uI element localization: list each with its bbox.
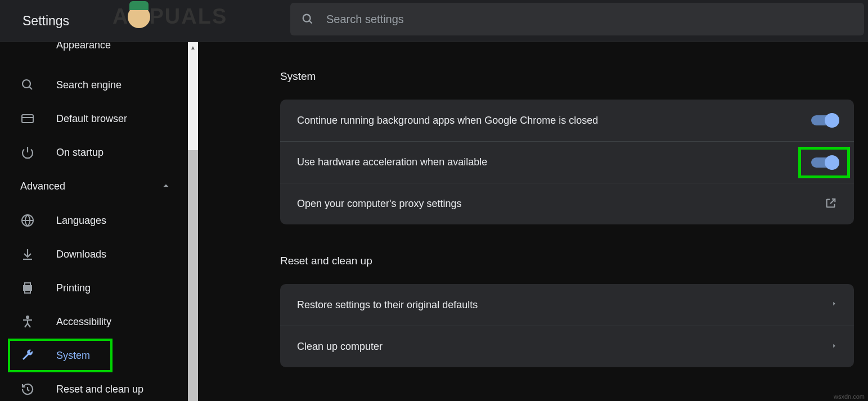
chevron-right-icon — [831, 300, 837, 310]
svg-line-1 — [309, 21, 312, 24]
sidebar-item-languages[interactable]: Languages — [0, 204, 198, 237]
chevron-right-icon — [831, 342, 837, 352]
section-title-system: System — [280, 70, 868, 83]
svg-rect-13 — [25, 290, 30, 293]
search-input[interactable] — [326, 13, 853, 26]
sidebar-item-label: Search engine — [56, 79, 122, 91]
advanced-label: Advanced — [20, 181, 65, 192]
search-icon — [20, 78, 35, 92]
svg-rect-12 — [25, 283, 30, 286]
svg-line-20 — [28, 390, 29, 391]
toggle-switch-icon — [811, 115, 837, 125]
main-content: System Continue running background apps … — [198, 42, 868, 401]
row-label: Clean up computer — [297, 341, 383, 353]
row-label: Use hardware acceleration when available — [297, 156, 487, 168]
row-proxy-settings[interactable]: Open your computer's proxy settings — [280, 183, 854, 224]
svg-point-2 — [23, 80, 30, 88]
row-background-apps[interactable]: Continue running background apps when Go… — [280, 100, 854, 141]
toggle-background-apps[interactable] — [811, 115, 837, 125]
search-box[interactable] — [290, 3, 864, 35]
row-label: Open your computer's proxy settings — [297, 198, 462, 210]
svg-line-17 — [25, 323, 28, 327]
svg-line-3 — [29, 87, 32, 89]
chevron-up-icon — [162, 181, 170, 192]
svg-point-0 — [303, 15, 311, 22]
sidebar-item-label: Downloads — [56, 249, 106, 260]
row-label: Restore settings to their original defau… — [297, 299, 478, 311]
sidebar-item-label: Languages — [56, 215, 106, 227]
toggle-switch-icon — [811, 157, 837, 168]
system-card: Continue running background apps when Go… — [280, 100, 854, 224]
sidebar-item-label: System — [56, 350, 90, 362]
sidebar-item-on-startup[interactable]: On startup — [0, 136, 198, 169]
sidebar-item-default-browser[interactable]: Default browser — [0, 102, 198, 136]
external-link-icon — [825, 197, 837, 211]
download-icon — [20, 247, 35, 262]
svg-point-14 — [26, 316, 29, 318]
page-title: Settings — [23, 13, 69, 29]
search-icon — [302, 13, 314, 25]
svg-line-21 — [830, 199, 835, 203]
print-icon — [20, 281, 35, 295]
scroll-up-arrow-icon[interactable]: ▲ — [188, 42, 198, 52]
sidebar-scrollbar[interactable]: ▲ — [188, 42, 198, 401]
header: Settings A PUALS — [0, 0, 868, 42]
appearance-icon — [20, 42, 35, 51]
sidebar-item-label: Reset and clean up — [56, 384, 143, 395]
row-label: Continue running background apps when Go… — [297, 115, 598, 127]
logo-face-icon — [128, 6, 150, 28]
sidebar-item-label: Appearance — [56, 42, 111, 51]
sidebar-item-printing[interactable]: Printing — [0, 271, 198, 305]
sidebar: Appearance Search engine Default browser… — [0, 42, 198, 401]
sidebar-item-downloads[interactable]: Downloads — [0, 237, 198, 271]
wrench-icon — [20, 348, 35, 363]
globe-icon — [20, 213, 35, 228]
logo-text-right: PUALS — [149, 4, 227, 29]
row-clean-up-computer[interactable]: Clean up computer — [280, 326, 854, 367]
svg-line-18 — [28, 323, 30, 327]
sidebar-item-label: Printing — [56, 282, 91, 294]
power-icon — [20, 145, 35, 160]
restore-icon — [20, 382, 35, 397]
row-restore-defaults[interactable]: Restore settings to their original defau… — [280, 284, 854, 326]
sidebar-item-appearance[interactable]: Appearance — [0, 42, 198, 51]
reset-card: Restore settings to their original defau… — [280, 284, 854, 367]
sidebar-item-label: On startup — [56, 147, 104, 159]
sidebar-item-search-engine[interactable]: Search engine — [0, 68, 198, 102]
logo-text-left: A — [113, 4, 129, 29]
toggle-hardware-acceleration[interactable] — [801, 150, 847, 175]
sidebar-item-reset[interactable]: Reset and clean up — [0, 372, 198, 401]
scrollbar-thumb[interactable] — [188, 150, 198, 401]
sidebar-item-system[interactable]: System — [8, 339, 113, 372]
svg-rect-11 — [24, 286, 32, 290]
sidebar-item-label: Default browser — [56, 113, 127, 125]
section-title-reset: Reset and clean up — [280, 255, 868, 267]
browser-icon — [20, 111, 35, 126]
watermark-logo: A PUALS — [113, 4, 227, 29]
row-hardware-acceleration[interactable]: Use hardware acceleration when available — [280, 141, 854, 183]
sidebar-item-label: Accessibility — [56, 316, 111, 328]
svg-rect-4 — [22, 115, 33, 123]
sidebar-item-accessibility[interactable]: Accessibility — [0, 305, 198, 339]
watermark-text: wsxdn.com — [834, 393, 865, 400]
accessibility-icon — [20, 314, 35, 329]
sidebar-advanced-toggle[interactable]: Advanced — [0, 169, 198, 204]
